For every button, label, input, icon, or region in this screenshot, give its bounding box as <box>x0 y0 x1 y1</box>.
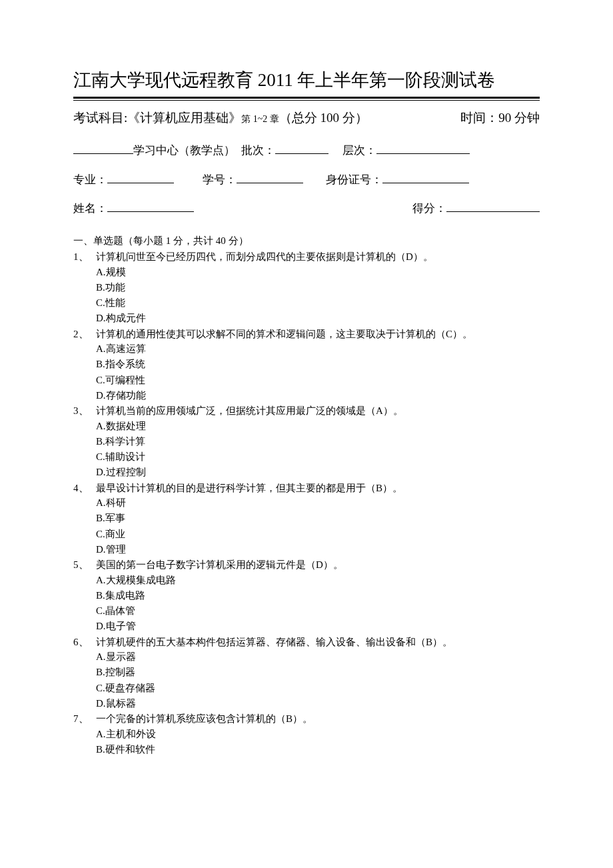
level-label: 层次： <box>342 144 376 157</box>
question-number: 4、 <box>73 481 96 496</box>
subject-name: 《计算机应用基础》 <box>127 111 241 125</box>
info-line-1: 学习中心（教学点） 批次： 层次： <box>73 142 540 159</box>
document-title: 江南大学现代远程教育 2011 年上半年第一阶段测试卷 <box>73 67 540 94</box>
question-stem: 美国的第一台电子数字计算机采用的逻辑元件是（D）。 <box>96 557 540 573</box>
title-underline-thin <box>73 100 540 101</box>
question-option: B.集成电路 <box>96 588 540 603</box>
question-option: C.商业 <box>96 527 540 542</box>
name-blank <box>107 200 194 212</box>
question-option: B.功能 <box>96 280 540 295</box>
major-blank <box>107 171 174 183</box>
question-option: A.大规模集成电路 <box>96 573 540 588</box>
center-label: 学习中心（教学点） <box>133 144 235 157</box>
question-option: D.构成元件 <box>96 311 540 326</box>
question-option: A.显示器 <box>96 649 540 665</box>
question-option: A.科研 <box>96 495 540 511</box>
question-options: A.高速运算B.指令系统C.可编程性D.存储功能 <box>96 341 540 403</box>
info-line-3: 姓名： 得分： <box>73 200 540 217</box>
batch-label: 批次： <box>241 144 275 157</box>
question: 5、美国的第一台电子数字计算机采用的逻辑元件是（D）。 <box>73 557 540 573</box>
question-options: A.规模B.功能C.性能D.构成元件 <box>96 265 540 327</box>
question-option: D.鼠标器 <box>96 696 540 711</box>
question: 1、计算机问世至今已经历四代，而划分成四代的主要依据则是计算机的（D）。 <box>73 249 540 265</box>
question-option: B.硬件和软件 <box>96 742 540 757</box>
question-option: B.科学计算 <box>96 434 540 449</box>
question-option: D.存储功能 <box>96 388 540 403</box>
questions-container: 1、计算机问世至今已经历四代，而划分成四代的主要依据则是计算机的（D）。A.规模… <box>73 249 540 757</box>
question-stem: 计算机硬件的五大基本构件包括运算器、存储器、输入设备、输出设备和（B）。 <box>96 635 540 650</box>
question: 7、一个完备的计算机系统应该包含计算机的（B）。 <box>73 711 540 727</box>
time-label: 时间：90 分钟 <box>460 109 540 128</box>
subject-prefix: 考试科目: <box>73 111 127 125</box>
question-option: D.管理 <box>96 542 540 557</box>
question-option: D.电子管 <box>96 619 540 634</box>
major-label: 专业： <box>73 173 107 186</box>
question-option: C.硬盘存储器 <box>96 681 540 696</box>
question-number: 6、 <box>73 635 96 650</box>
question-option: A.高速运算 <box>96 341 540 357</box>
question-option: C.晶体管 <box>96 603 540 619</box>
question-stem: 最早设计计算机的目的是进行科学计算，但其主要的都是用于（B）。 <box>96 481 540 496</box>
batch-blank <box>275 142 328 154</box>
question-option: A.主机和外设 <box>96 727 540 742</box>
question-number: 3、 <box>73 403 96 419</box>
question-number: 7、 <box>73 711 96 727</box>
subject-score: （总分 100 分） <box>279 111 368 125</box>
question-option: B.指令系统 <box>96 357 540 372</box>
question: 2、计算机的通用性使其可以求解不同的算术和逻辑问题，这主要取决于计算机的（C）。 <box>73 327 540 342</box>
level-blank <box>376 142 470 154</box>
question-option: A.数据处理 <box>96 419 540 434</box>
question-option: B.控制器 <box>96 665 540 680</box>
question-options: A.显示器B.控制器C.硬盘存储器D.鼠标器 <box>96 649 540 711</box>
id-card-label: 身份证号： <box>326 173 382 186</box>
question-number: 2、 <box>73 327 96 342</box>
question-stem: 计算机当前的应用领域广泛，但据统计其应用最广泛的领域是（A）。 <box>96 403 540 419</box>
center-blank <box>73 142 133 154</box>
question-stem: 计算机的通用性使其可以求解不同的算术和逻辑问题，这主要取决于计算机的（C）。 <box>96 327 540 342</box>
student-id-blank <box>237 171 303 183</box>
question: 6、计算机硬件的五大基本构件包括运算器、存储器、输入设备、输出设备和（B）。 <box>73 635 540 650</box>
subject-chapter: 第 1~2 章 <box>241 114 279 124</box>
title-underline-thick <box>73 97 540 99</box>
student-id-label: 学号： <box>203 173 237 186</box>
question-options: A.主机和外设B.硬件和软件 <box>96 727 540 758</box>
question-options: A.科研B.军事C.商业D.管理 <box>96 495 540 557</box>
question-option: B.军事 <box>96 511 540 526</box>
question-number: 5、 <box>73 557 96 573</box>
question-options: A.数据处理B.科学计算C.辅助设计D.过程控制 <box>96 419 540 481</box>
section-1-title: 一、单选题（每小题 1 分，共计 40 分） <box>73 233 540 249</box>
name-label: 姓名： <box>73 202 107 215</box>
question: 4、最早设计计算机的目的是进行科学计算，但其主要的都是用于（B）。 <box>73 481 540 496</box>
question-stem: 一个完备的计算机系统应该包含计算机的（B）。 <box>96 711 540 727</box>
question-number: 1、 <box>73 249 96 265</box>
question-option: C.性能 <box>96 295 540 311</box>
id-card-blank <box>382 171 469 183</box>
question: 3、计算机当前的应用领域广泛，但据统计其应用最广泛的领域是（A）。 <box>73 403 540 419</box>
score-blank <box>446 200 540 212</box>
question-stem: 计算机问世至今已经历四代，而划分成四代的主要依据则是计算机的（D）。 <box>96 249 540 265</box>
question-option: C.可编程性 <box>96 373 540 388</box>
question-options: A.大规模集成电路B.集成电路C.晶体管D.电子管 <box>96 573 540 635</box>
score-label: 得分： <box>412 202 446 215</box>
subject-line: 考试科目:《计算机应用基础》第 1~2 章（总分 100 分） 时间：90 分钟 <box>73 109 540 128</box>
question-option: C.辅助设计 <box>96 449 540 465</box>
question-option: A.规模 <box>96 265 540 280</box>
info-line-2: 专业： 学号： 身份证号： <box>73 171 540 189</box>
question-option: D.过程控制 <box>96 465 540 480</box>
